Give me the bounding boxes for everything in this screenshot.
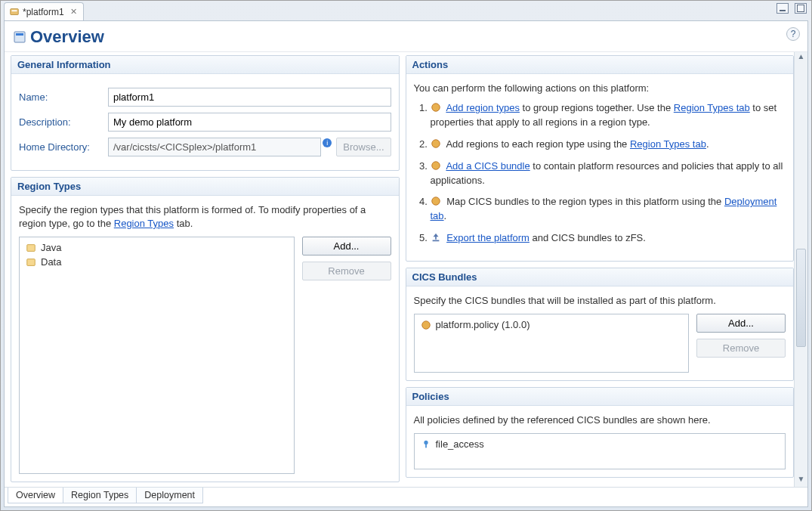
page-title: Overview: [30, 27, 104, 47]
body-scroll-area: General Information Name: Description:: [5, 52, 807, 487]
region-types-heading: Region Types: [11, 178, 399, 196]
actions-intro: You can perform the following actions on…: [414, 82, 786, 95]
region-types-remove-button[interactable]: Remove: [302, 262, 391, 280]
cics-bundles-list[interactable]: platform.policy (1.0.0): [414, 314, 690, 373]
svg-rect-5: [27, 259, 36, 266]
add-cics-bundle-link[interactable]: Add a CICS bundle: [446, 160, 529, 172]
svg-rect-1: [12, 10, 17, 11]
editor-tab-bar: *platform1 ✕: [1, 1, 811, 20]
maximize-button[interactable]: [795, 3, 807, 14]
actions-heading: Actions: [406, 56, 794, 74]
action-item: Map CICS bundles to the region types in …: [431, 195, 786, 224]
svg-rect-4: [27, 245, 36, 252]
actions-list: Add region types to group regions togeth…: [414, 101, 786, 246]
cics-bundles-intro: Specify the CICS bundles that will be in…: [414, 294, 786, 308]
bundles-add-button[interactable]: Add...: [696, 314, 786, 333]
bundle-icon: [431, 196, 441, 206]
action-item: Add a CICS bundle to contain platform re…: [431, 159, 786, 188]
scroll-down-icon[interactable]: ▼: [795, 475, 807, 487]
list-item[interactable]: platform.policy (1.0.0): [419, 317, 684, 332]
page-tabs: Overview Region Types Deployment: [5, 487, 807, 506]
minimize-button[interactable]: [776, 3, 789, 14]
svg-rect-12: [425, 444, 427, 448]
action-item: Add regions to each region type using th…: [431, 138, 786, 152]
svg-point-7: [431, 140, 440, 148]
description-input[interactable]: [108, 113, 391, 132]
policy-icon: [421, 439, 431, 450]
policies-section: Policies All policies defined by the ref…: [406, 387, 795, 478]
region-types-list[interactable]: Java Data: [19, 237, 295, 474]
region-type-icon: [26, 243, 36, 253]
tab-deployment[interactable]: Deployment: [136, 488, 203, 503]
editor-content: Overview ? General Information Name:: [4, 20, 808, 507]
svg-rect-0: [11, 8, 19, 14]
window-controls: [776, 3, 807, 14]
name-input[interactable]: [108, 88, 391, 107]
cics-bundles-section: CICS Bundles Specify the CICS bundles th…: [406, 268, 795, 381]
bundle-icon: [431, 138, 441, 149]
bundle-icon: [431, 160, 441, 171]
overview-page-icon: [14, 31, 26, 43]
list-item[interactable]: file_access: [419, 437, 781, 451]
export-platform-link[interactable]: Export the platform: [446, 232, 529, 243]
page-header: Overview ?: [5, 21, 807, 52]
home-dir-input[interactable]: [108, 138, 321, 156]
columns: General Information Name: Description:: [5, 52, 794, 487]
policies-list[interactable]: file_access: [414, 433, 786, 469]
action-item: Add region types to group regions togeth…: [431, 101, 786, 130]
editor-tab-platform1[interactable]: *platform1 ✕: [4, 2, 84, 20]
region-type-icon: [26, 257, 36, 268]
bundles-remove-button[interactable]: Remove: [696, 339, 786, 358]
region-types-tab-link[interactable]: Region Types tab: [674, 102, 750, 113]
help-button[interactable]: ?: [786, 27, 800, 41]
policies-heading: Policies: [406, 388, 794, 406]
vertical-scrollbar[interactable]: ▲ ▼: [794, 52, 807, 487]
scroll-thumb[interactable]: [796, 249, 806, 347]
general-info-section: General Information Name: Description:: [11, 55, 400, 171]
right-column: Actions You can perform the following ac…: [406, 55, 795, 482]
svg-rect-3: [16, 33, 23, 36]
region-types-section: Region Types Specify the region types th…: [11, 177, 400, 482]
name-label: Name:: [19, 91, 102, 103]
export-icon: [431, 232, 441, 243]
cics-bundles-heading: CICS Bundles: [406, 268, 794, 286]
actions-section: Actions You can perform the following ac…: [406, 55, 795, 262]
svg-point-6: [431, 104, 440, 112]
svg-point-9: [431, 197, 440, 206]
info-icon: i: [323, 138, 332, 147]
bundle-icon: [421, 320, 431, 330]
browse-button[interactable]: Browse...: [336, 138, 391, 156]
region-types-tab-link[interactable]: Region Types tab: [630, 138, 706, 150]
tab-region-types[interactable]: Region Types: [63, 488, 137, 503]
action-item: Export the platform and CICS bundles to …: [431, 231, 786, 246]
region-types-link[interactable]: Region Types: [114, 218, 174, 229]
policies-intro: All policies defined by the referenced C…: [414, 413, 786, 427]
scroll-up-icon[interactable]: ▲: [795, 52, 807, 64]
platform-icon: [9, 7, 20, 17]
svg-point-8: [431, 161, 440, 169]
svg-point-10: [421, 321, 430, 329]
home-dir-label: Home Directory:: [19, 141, 102, 153]
close-tab-icon[interactable]: ✕: [70, 7, 77, 17]
editor-tab-label: *platform1: [23, 7, 64, 17]
region-types-add-button[interactable]: Add...: [302, 237, 391, 256]
left-column: General Information Name: Description:: [11, 55, 400, 482]
region-types-intro: Specify the region types that this platf…: [19, 203, 391, 231]
general-info-heading: General Information: [11, 56, 399, 74]
add-region-types-link[interactable]: Add region types: [446, 102, 520, 113]
tab-overview[interactable]: Overview: [8, 488, 63, 503]
editor-window: *platform1 ✕ Overview ? General Informat…: [0, 0, 812, 511]
list-item[interactable]: Data: [24, 255, 289, 269]
description-label: Description:: [19, 116, 102, 128]
list-item[interactable]: Java: [24, 240, 289, 255]
bundle-icon: [431, 102, 441, 113]
